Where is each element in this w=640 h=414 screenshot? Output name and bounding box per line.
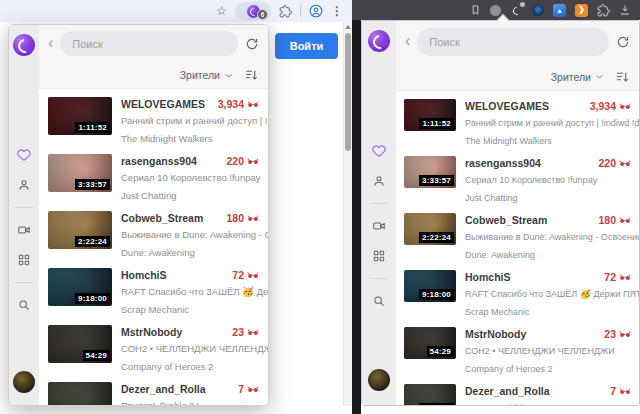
popup-content: ‹ Зрители xyxy=(39,25,268,405)
popup-content: ‹ Зрители xyxy=(396,21,639,405)
stream-channel-name: MstrNobody xyxy=(465,328,598,340)
stream-info: Dezer_and_Rolla 7 xyxy=(465,384,631,405)
stream-thumbnail[interactable]: 2:22:24 xyxy=(48,211,112,249)
filter-label: Зрители xyxy=(551,71,591,83)
extension-orange-icon[interactable]: ❯ xyxy=(575,4,588,17)
stream-thumbnail[interactable]: 9:18:00 xyxy=(48,268,112,306)
browser-menu-icon[interactable]: ⋮ xyxy=(331,5,343,17)
rail-divider xyxy=(15,282,33,283)
channels-person-icon[interactable] xyxy=(17,178,31,192)
toolbar-divider xyxy=(300,5,301,17)
stream-thumbnail[interactable]: 2:36:14 xyxy=(48,382,112,405)
stream-thumbnail[interactable]: 2:36:14 xyxy=(404,384,456,405)
extensions-puzzle-icon[interactable] xyxy=(279,5,292,18)
profile-icon[interactable] xyxy=(309,4,323,18)
stream-viewers-count: 7 xyxy=(610,385,616,397)
following-heart-icon[interactable] xyxy=(17,148,31,162)
login-button[interactable]: Войти xyxy=(275,33,338,59)
stream-title: RAFT Спасибо что ЗАШЁЛ 🥳 Держи ПЯТЮНЮ✋ xyxy=(465,289,639,299)
search-input[interactable] xyxy=(60,31,238,56)
stream-row[interactable]: 2:22:24 Cobweb_Stream 180 xyxy=(39,207,268,264)
sort-order-icon[interactable] xyxy=(245,69,258,81)
extension-blue-icon[interactable]: ▲ xyxy=(553,4,566,17)
refresh-icon[interactable] xyxy=(616,35,630,49)
extension-popup-left: ‹ Зрители xyxy=(8,24,269,406)
refresh-icon[interactable] xyxy=(245,37,259,51)
extension-navy-icon[interactable] xyxy=(532,4,544,16)
stream-channel-name: Dezer_and_Rolla xyxy=(121,383,232,395)
dark-page-edge xyxy=(352,20,361,414)
extension-badge: 6 xyxy=(257,9,268,20)
stream-thumbnail[interactable]: 3:33:57 xyxy=(48,154,112,192)
stream-thumbnail[interactable]: 54:29 xyxy=(404,327,456,359)
viewers-eye-icon xyxy=(619,387,631,395)
stream-title: Выживание в Dune: Awakening - Освоение Г… xyxy=(465,232,639,242)
stream-thumbnail[interactable]: 1:11:52 xyxy=(404,99,456,131)
screenshot-canvas: ☆ 6 ⋮ Войти xyxy=(0,0,640,414)
stream-row[interactable]: 3:33:57 rasenganss904 220 xyxy=(396,152,639,209)
videos-camera-icon[interactable] xyxy=(372,219,386,233)
user-avatar[interactable] xyxy=(368,369,390,391)
stream-thumbnail[interactable]: 54:29 xyxy=(48,325,112,363)
bookmark-star-icon[interactable]: ☆ xyxy=(216,5,227,17)
stream-viewers: 72 xyxy=(604,271,631,283)
twitch-extension-button[interactable]: 6 xyxy=(235,2,271,20)
user-avatar[interactable] xyxy=(13,371,35,393)
viewers-eye-icon xyxy=(619,330,631,338)
twitch-extension-icon[interactable] xyxy=(510,4,523,17)
search-input[interactable] xyxy=(417,28,609,56)
download-icon[interactable] xyxy=(619,4,631,16)
search-rail-icon[interactable] xyxy=(17,298,31,312)
back-icon[interactable]: ‹ xyxy=(405,33,410,51)
stream-row[interactable]: 9:18:00 HomchiS 72 xyxy=(396,266,639,323)
stream-game: Company of Heroes 2 xyxy=(465,364,553,374)
stream-game: Just Chatting xyxy=(465,193,518,203)
right-screenshot: ▲ ❯ xyxy=(352,0,640,414)
viewers-eye-icon xyxy=(247,328,259,336)
filter-bar: Зрители xyxy=(39,62,268,89)
viewers-eye-icon xyxy=(619,159,631,167)
stream-thumbnail[interactable]: 1:11:52 xyxy=(48,97,112,135)
stream-row[interactable]: 2:36:14 Dezer_and_Rolla 7 xyxy=(396,380,639,405)
stream-channel-name: rasenganss904 xyxy=(121,155,220,167)
tab-circle-icon[interactable] xyxy=(490,5,501,16)
stream-viewers-count: 3,934 xyxy=(590,100,616,112)
stream-viewers: 180 xyxy=(598,214,631,226)
stream-duration-badge: 2:36:14 xyxy=(419,403,454,405)
stream-row[interactable]: 1:11:52 WELOVEGAMES 3,934 xyxy=(396,95,639,152)
stream-thumbnail[interactable]: 9:18:00 xyxy=(404,270,456,302)
stream-viewers: 23 xyxy=(604,328,631,340)
videos-camera-icon[interactable] xyxy=(17,223,31,237)
games-grid-icon[interactable] xyxy=(372,249,386,263)
stream-thumbnail[interactable]: 3:33:57 xyxy=(404,156,456,188)
scrollbar-up-arrow[interactable] xyxy=(345,25,351,29)
stream-row[interactable]: 9:18:00 HomchiS 72 xyxy=(39,264,268,321)
stream-row[interactable]: 54:29 MstrNobody 23 xyxy=(39,321,268,378)
stream-row[interactable]: 2:22:24 Cobweb_Stream 180 xyxy=(396,209,639,266)
stream-row[interactable]: 3:33:57 rasenganss904 220 xyxy=(39,150,268,207)
stream-row[interactable]: 54:29 MstrNobody 23 xyxy=(396,323,639,380)
stream-thumbnail[interactable]: 2:22:24 xyxy=(404,213,456,245)
stream-viewers: 3,934 xyxy=(218,98,259,110)
stream-duration-badge: 9:18:00 xyxy=(75,293,110,304)
stream-title: Ранний стрим и ранний доступ | !indiwd !… xyxy=(121,115,268,126)
back-icon[interactable]: ‹ xyxy=(48,35,53,53)
sort-order-icon[interactable] xyxy=(616,71,629,83)
stream-row[interactable]: 1:11:52 WELOVEGAMES 3,934 xyxy=(39,93,268,150)
channels-person-icon[interactable] xyxy=(372,174,386,188)
sort-by-viewers-dropdown[interactable]: Зрители xyxy=(551,71,604,83)
rail-divider xyxy=(370,278,388,279)
search-rail-icon[interactable] xyxy=(372,294,386,308)
stream-row[interactable]: 2:36:14 Dezer_and_Rolla 7 xyxy=(39,378,268,405)
stream-info: Dezer_and_Rolla 7 xyxy=(121,382,259,405)
stream-game: The Midnight Walkers xyxy=(121,133,213,144)
games-grid-icon[interactable] xyxy=(17,253,31,267)
sort-by-viewers-dropdown[interactable]: Зрители xyxy=(180,69,233,81)
rail-divider xyxy=(370,203,388,204)
stream-channel-name: HomchiS xyxy=(121,269,226,281)
extensions-puzzle-icon[interactable] xyxy=(597,4,610,17)
bookmark-icon[interactable] xyxy=(470,4,481,16)
stream-title: Сериал 10 Королевство !funpay xyxy=(465,175,597,185)
following-heart-icon[interactable] xyxy=(372,144,386,158)
scrollbar-thumb[interactable] xyxy=(345,33,351,151)
